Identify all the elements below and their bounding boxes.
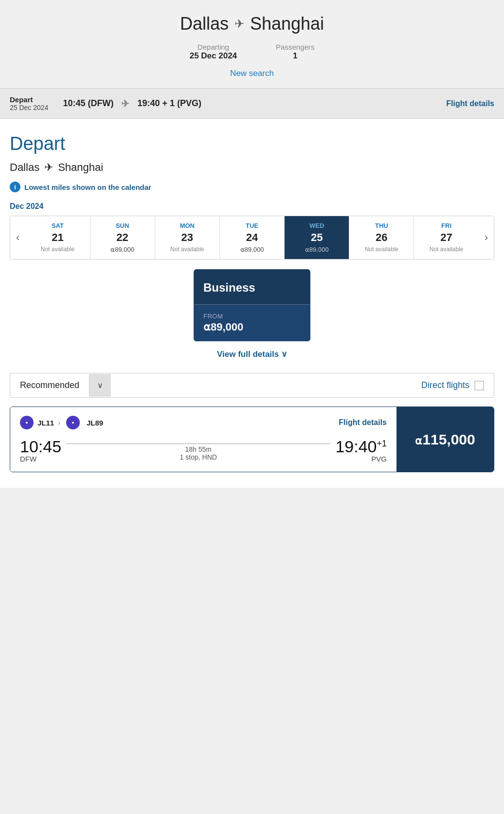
- calendar-day-26[interactable]: THU26Not available: [349, 216, 414, 259]
- calendar-section: Dec 2024 ‹ SAT21Not availableSUN22⍺89,00…: [10, 202, 494, 259]
- fare-card-title: Business: [203, 281, 301, 295]
- flight-logos-row: ● JL11 › ● JL89: [20, 416, 103, 429]
- calendar-day-25[interactable]: WED25⍺89,000: [285, 216, 349, 259]
- cal-day-name-21: SAT: [27, 222, 88, 229]
- trip-bar-flight-details-link[interactable]: Flight details: [446, 99, 494, 108]
- calendar-day-22[interactable]: SUN22⍺89,000: [90, 216, 155, 259]
- filter-bar: Recommended ∨ Direct flights: [10, 373, 494, 398]
- fare-card-top: Business: [194, 269, 310, 304]
- fare-price-value: 89,000: [211, 321, 243, 333]
- cal-day-num-25: 25: [287, 231, 347, 244]
- trip-bar: Depart 25 Dec 2024 10:45 (DFW) ✈ 19:40 +…: [0, 88, 504, 119]
- cal-day-unavail-27: Not available: [416, 246, 476, 253]
- route-origin: Dallas: [10, 161, 39, 174]
- cal-day-num-22: 22: [92, 231, 153, 244]
- flight-arrive-time: 19:40+1: [335, 438, 387, 455]
- chevron-down-icon: ∨: [281, 350, 287, 359]
- cal-day-name-24: TUE: [222, 222, 282, 229]
- direct-flights-checkbox[interactable]: [474, 381, 484, 390]
- calendar-prev-button[interactable]: ‹: [10, 216, 25, 259]
- cal-day-name-25: WED: [287, 222, 347, 229]
- calendar-days: SAT21Not availableSUN22⍺89,000MON23Not a…: [25, 216, 478, 259]
- calendar-day-24[interactable]: TUE24⍺89,000: [220, 216, 285, 259]
- trip-bar-depart-label: Depart: [10, 95, 48, 104]
- main-content: Depart Dallas ✈ Shanghai i Lowest miles …: [0, 119, 504, 488]
- passengers-info: Passengers 1: [276, 43, 314, 61]
- cal-day-unavail-23: Not available: [157, 246, 217, 253]
- cal-day-name-22: SUN: [92, 222, 153, 229]
- flight-duration: 18h 55m: [66, 445, 330, 453]
- flight1-number: JL11: [37, 419, 54, 427]
- airline1-inner: ●: [25, 420, 28, 425]
- trip-bar-arrive-time: 19:40 + 1 (PVG): [137, 98, 201, 109]
- route-display: Dallas ✈ Shanghai: [10, 14, 494, 34]
- avios-symbol: ⍺: [203, 321, 211, 333]
- arrive-time-value: 19:40: [335, 437, 377, 456]
- departing-info: Departing 25 Dec 2024: [190, 43, 237, 61]
- departing-value: 25 Dec 2024: [190, 51, 237, 61]
- flight2-number: JL89: [87, 419, 103, 427]
- flight-depart-time: 10:45: [20, 438, 61, 455]
- fare-card[interactable]: Business FROM ⍺89,000: [194, 269, 310, 341]
- cal-day-price-24: ⍺89,000: [222, 246, 282, 253]
- calendar-grid: ‹ SAT21Not availableSUN22⍺89,000MON23Not…: [10, 216, 494, 259]
- trip-bar-date: Depart 25 Dec 2024: [10, 95, 48, 111]
- calendar-month: Dec 2024: [10, 202, 494, 211]
- depart-title: Depart: [10, 133, 494, 154]
- arrive-plus: +1: [377, 439, 387, 448]
- airline2-badge: ●: [66, 416, 80, 429]
- plane-icon: ✈: [234, 17, 244, 31]
- cal-day-unavail-26: Not available: [351, 246, 412, 253]
- cal-day-name-26: THU: [351, 222, 412, 229]
- cal-day-num-23: 23: [157, 231, 217, 244]
- page-header: Dallas ✈ Shanghai Departing 25 Dec 2024 …: [0, 0, 504, 88]
- origin-city: Dallas: [180, 14, 229, 34]
- destination-city: Shanghai: [250, 14, 324, 34]
- filter-direct-flights: Direct flights: [412, 373, 494, 397]
- recommended-text: Recommended: [20, 380, 79, 390]
- fare-section: Business FROM ⍺89,000: [10, 269, 494, 341]
- calendar-next-button[interactable]: ›: [479, 216, 494, 259]
- calendar-day-21[interactable]: SAT21Not available: [25, 216, 90, 259]
- route-destination: Shanghai: [58, 161, 103, 174]
- flight-duration-line: [66, 444, 330, 444]
- route-line: Dallas ✈ Shanghai: [10, 161, 494, 174]
- flight-card-price-panel: ⍺115,000: [396, 407, 494, 472]
- calendar-day-23[interactable]: MON23Not available: [155, 216, 220, 259]
- calendar-day-27[interactable]: FRI27Not available: [414, 216, 478, 259]
- info-banner: i Lowest miles shown on the calendar: [10, 182, 494, 192]
- flight-depart-airport: DFW: [20, 455, 61, 463]
- flight-duration-col: 18h 55m 1 stop, HND: [61, 441, 335, 463]
- flight-meta: Departing 25 Dec 2024 Passengers 1: [10, 43, 494, 61]
- trip-bar-times: 10:45 (DFW) ✈ 19:40 + 1 (PVG): [63, 98, 432, 110]
- cal-day-num-27: 27: [416, 231, 476, 244]
- filter-dropdown-button[interactable]: ∨: [89, 374, 111, 397]
- info-text: Lowest miles shown on the calendar: [24, 183, 151, 191]
- flight-result-card[interactable]: ● JL11 › ● JL89 Flight details 10:45 DFW: [10, 407, 494, 472]
- flight-price: ⍺115,000: [415, 431, 475, 448]
- airline2-inner: ●: [72, 420, 74, 425]
- info-icon: i: [10, 182, 20, 192]
- flight-arrive: 19:40+1 PVG: [335, 438, 387, 463]
- airline1-badge: ●: [20, 416, 34, 429]
- cal-day-name-27: FRI: [416, 222, 476, 229]
- view-full-details-link[interactable]: View full details ∨: [217, 350, 287, 359]
- cal-day-num-24: 24: [222, 231, 282, 244]
- flight-card-left: ● JL11 › ● JL89 Flight details 10:45 DFW: [10, 407, 396, 472]
- passengers-label: Passengers: [276, 43, 314, 51]
- price-avios-symbol: ⍺: [415, 435, 422, 447]
- fare-card-bottom: FROM ⍺89,000: [194, 305, 310, 341]
- flight-details-link[interactable]: Flight details: [339, 418, 387, 427]
- flight-chevron-icon: ›: [58, 419, 60, 426]
- cal-day-price-22: ⍺89,000: [92, 246, 153, 253]
- direct-flights-label: Direct flights: [421, 380, 469, 390]
- cal-day-unavail-21: Not available: [27, 246, 88, 253]
- departing-label: Departing: [190, 43, 237, 51]
- fare-card-price: ⍺89,000: [203, 321, 301, 333]
- trip-bar-depart-date: 25 Dec 2024: [10, 104, 48, 111]
- view-details-text: View full details: [217, 350, 279, 359]
- passengers-value: 1: [276, 51, 314, 61]
- new-search-link[interactable]: New search: [230, 69, 274, 78]
- filter-recommended-label: Recommended: [10, 373, 89, 397]
- fare-card-from-label: FROM: [203, 313, 301, 320]
